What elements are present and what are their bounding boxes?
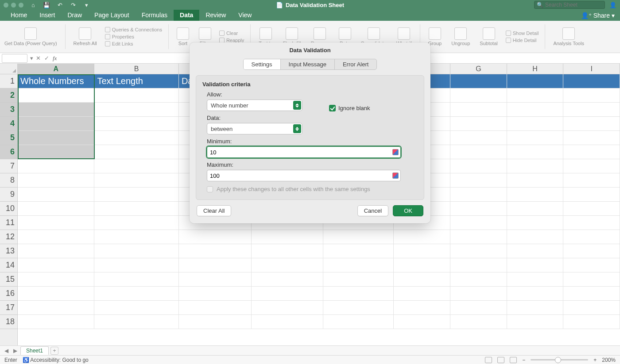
dialog-title: Data Validation xyxy=(190,42,430,57)
data-validation-dialog: Data Validation Settings Input Message E… xyxy=(190,42,430,223)
allow-value: Whole number xyxy=(211,102,248,109)
minimum-input-wrap[interactable] xyxy=(207,146,401,158)
dialog-footer: Clear All Cancel OK xyxy=(190,200,430,223)
minimum-input[interactable] xyxy=(210,149,390,156)
allow-label: Allow: xyxy=(207,91,418,98)
apply-row: Apply these changes to all other cells w… xyxy=(207,186,418,192)
select-caret-icon xyxy=(293,101,301,110)
maximum-input[interactable] xyxy=(210,172,390,179)
dialog-tab-settings[interactable]: Settings xyxy=(244,59,281,69)
ignore-blank-label: Ignore blank xyxy=(338,105,370,111)
dialog-tab-error-alert[interactable]: Error Alert xyxy=(335,59,377,69)
select-caret-icon xyxy=(293,124,301,133)
maximum-label: Maximum: xyxy=(207,161,418,168)
cancel-button[interactable]: Cancel xyxy=(357,205,388,216)
maximum-input-wrap[interactable] xyxy=(207,170,401,181)
minimum-label: Minimum: xyxy=(207,138,418,145)
data-value: between xyxy=(211,126,232,132)
ignore-blank-row[interactable]: Ignore blank xyxy=(329,105,370,111)
dialog-tab-input-message[interactable]: Input Message xyxy=(281,59,335,69)
clear-all-button[interactable]: Clear All xyxy=(197,205,231,216)
range-picker-icon[interactable] xyxy=(392,172,399,179)
dialog-tabs: Settings Input Message Error Alert xyxy=(243,59,377,70)
ok-button[interactable]: OK xyxy=(393,205,423,216)
apply-label: Apply these changes to all other cells w… xyxy=(217,186,370,192)
range-picker-icon[interactable] xyxy=(392,149,399,155)
dialog-body: Validation criteria Allow: Whole number … xyxy=(196,75,424,200)
allow-select[interactable]: Whole number xyxy=(207,100,302,111)
apply-checkbox xyxy=(207,186,213,192)
data-select[interactable]: between xyxy=(207,123,302,134)
data-label: Data: xyxy=(207,115,418,121)
validation-criteria-heading: Validation criteria xyxy=(202,81,418,88)
ignore-blank-checkbox[interactable] xyxy=(329,105,336,111)
modal-overlay: Data Validation Settings Input Message E… xyxy=(0,0,620,364)
